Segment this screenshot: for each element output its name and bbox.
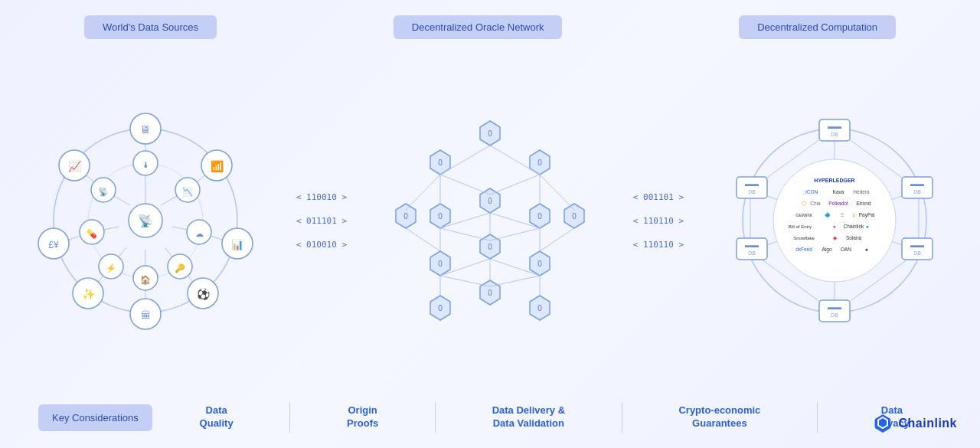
- svg-text:Kava: Kava: [833, 189, 844, 195]
- binary-code-3: < 010010 >: [296, 240, 347, 250]
- svg-text:📶: 📶: [211, 160, 224, 173]
- svg-text:Chainlink: Chainlink: [844, 224, 864, 229]
- svg-line-84: [440, 175, 490, 195]
- svg-text:GEMINI: GEMINI: [795, 213, 812, 217]
- svg-text:📉: 📉: [182, 186, 193, 197]
- binary-code-6: < 110110 >: [633, 240, 684, 250]
- svg-text:0: 0: [403, 212, 408, 221]
- svg-text:0: 0: [488, 289, 492, 297]
- svg-text:0: 0: [537, 212, 542, 221]
- svg-text:⚡: ⚡: [106, 263, 116, 273]
- main-container: World's Data Sources Decentralized Oracl…: [0, 0, 980, 448]
- svg-text:Bill of Entry: Bill of Entry: [789, 224, 812, 229]
- svg-text:⚽: ⚽: [197, 288, 211, 301]
- svg-text:HYPERLEDGER: HYPERLEDGER: [814, 178, 854, 183]
- svg-text:£¥: £¥: [48, 240, 59, 250]
- svg-text:PayPal: PayPal: [859, 212, 875, 218]
- svg-line-87: [540, 175, 574, 210]
- svg-text:DB: DB: [748, 189, 756, 195]
- svg-text:📡: 📡: [98, 186, 109, 197]
- binary-codes-left: < 110010 > < 011101 > < 010010 >: [296, 192, 347, 250]
- chainlink-hex-icon: [872, 413, 893, 434]
- svg-text:⬡: ⬡: [802, 201, 806, 206]
- svg-text:🏠: 🏠: [140, 274, 151, 285]
- consideration-origin-proofs: Origin Proofs: [339, 404, 386, 430]
- svg-text:₿: ₿: [851, 212, 854, 217]
- svg-text:▬▬: ▬▬: [910, 180, 924, 188]
- svg-text:📈: 📈: [68, 160, 82, 173]
- svg-text:🔷: 🔷: [824, 212, 830, 218]
- svg-text:📡: 📡: [138, 214, 153, 228]
- svg-text:▬▬: ▬▬: [745, 241, 759, 249]
- svg-text:Polkadot: Polkadot: [828, 201, 848, 206]
- svg-line-95: [490, 228, 540, 240]
- svg-text:🖥: 🖥: [140, 123, 151, 136]
- svg-text:0: 0: [438, 260, 443, 268]
- svg-line-103: [490, 276, 540, 286]
- svg-text:0: 0: [537, 260, 542, 268]
- svg-text:0: 0: [488, 129, 492, 138]
- consideration-data-delivery: Data Delivery & Data Validation: [485, 404, 573, 430]
- svg-text:Chia: Chia: [810, 201, 821, 206]
- svg-text:▬▬: ▬▬: [910, 241, 924, 249]
- svg-text:DB: DB: [831, 312, 838, 318]
- svg-line-82: [406, 175, 440, 210]
- svg-line-85: [490, 175, 540, 195]
- divider-3: [622, 402, 622, 433]
- svg-text:🔑: 🔑: [175, 263, 185, 273]
- svg-text:DB: DB: [913, 250, 921, 256]
- svg-text:0: 0: [537, 159, 542, 167]
- svg-text:DB: DB: [831, 132, 838, 137]
- svg-line-88: [406, 228, 440, 251]
- svg-text:☁: ☁: [195, 229, 204, 238]
- header-labels: World's Data Sources Decentralized Oracl…: [23, 15, 957, 39]
- svg-text:0: 0: [438, 159, 443, 167]
- key-considerations-label: Key Considerations: [38, 404, 152, 431]
- svg-text:DB: DB: [913, 189, 921, 195]
- decentralized-computation-diagram: HYPERLEDGER ICON Kava Hedera ⬡ Chia Polk…: [727, 113, 942, 328]
- svg-text:💊: 💊: [87, 228, 97, 239]
- svg-text:📊: 📊: [231, 238, 244, 251]
- svg-text:Ξ: Ξ: [841, 212, 844, 217]
- consideration-data-quality: Data Quality: [192, 404, 241, 430]
- svg-text:0: 0: [488, 243, 492, 251]
- divider-2: [435, 402, 436, 433]
- svg-text:🌡: 🌡: [142, 160, 150, 169]
- svg-text:▬▬: ▬▬: [828, 303, 841, 311]
- divider-4: [817, 402, 818, 433]
- svg-text:DB: DB: [748, 250, 756, 256]
- svg-text:dxFeed: dxFeed: [795, 247, 812, 252]
- world-data-diagram: 📡 🖥 📶 📊 ⚽ 🏛 ✨: [38, 113, 253, 328]
- svg-text:●: ●: [865, 247, 868, 252]
- key-considerations-bar: Key Considerations Data Quality Origin P…: [23, 402, 957, 433]
- svg-text:ICON: ICON: [805, 189, 818, 195]
- binary-code-2: < 011101 >: [296, 216, 347, 226]
- chainlink-logo: Chainlink: [872, 413, 957, 434]
- oracle-network-label: Decentralized Oracle Network: [394, 15, 563, 39]
- svg-text:Hedera: Hedera: [853, 189, 870, 195]
- svg-line-98: [440, 276, 490, 286]
- svg-text:OAN: OAN: [841, 247, 851, 252]
- svg-text:Solana: Solana: [846, 235, 862, 240]
- svg-text:●: ●: [866, 224, 869, 229]
- svg-text:●: ●: [833, 224, 836, 229]
- world-data-sources-label: World's Data Sources: [84, 15, 217, 39]
- svg-text:▬▬: ▬▬: [828, 123, 841, 130]
- svg-text:🏛: 🏛: [141, 309, 151, 321]
- diagrams-row: 📡 🖥 📶 📊 ⚽ 🏛 ✨: [23, 47, 957, 394]
- svg-text:▬▬: ▬▬: [745, 180, 759, 188]
- svg-text:✨: ✨: [82, 288, 96, 301]
- svg-text:0: 0: [438, 304, 443, 312]
- svg-line-90: [440, 228, 490, 240]
- oracle-network-diagram: 0 0 0 0 0 0 0: [390, 113, 590, 328]
- svg-line-96: [540, 228, 574, 251]
- decentralized-computation-label: Decentralized Computation: [739, 15, 896, 39]
- binary-code-4: < 001101 >: [633, 192, 684, 202]
- binary-code-5: < 110110 >: [633, 216, 684, 226]
- chainlink-text: Chainlink: [898, 417, 957, 430]
- svg-text:Snowflake: Snowflake: [793, 236, 815, 240]
- svg-text:0: 0: [438, 212, 443, 221]
- svg-text:0: 0: [488, 197, 492, 205]
- svg-text:Algo: Algo: [822, 247, 831, 253]
- svg-text:0: 0: [572, 212, 577, 221]
